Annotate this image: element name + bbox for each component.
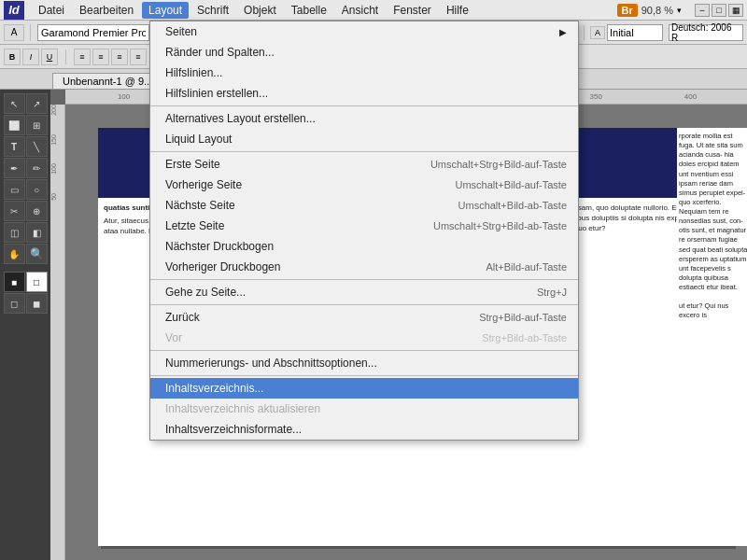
- menu-hilfe[interactable]: Hilfe: [440, 2, 475, 19]
- hand-tool[interactable]: ✋: [4, 244, 25, 264]
- menu-vor[interactable]: Vor Strg+Bild-ab-Taste: [150, 328, 578, 348]
- menu-hilfslinien[interactable]: Hilfslinien...: [150, 63, 578, 83]
- menu-zurueck[interactable]: Zurück Strg+Bild-auf-Taste: [150, 307, 578, 328]
- menu-liquid[interactable]: Liquid Layout: [150, 129, 578, 149]
- menu-naechste-seite[interactable]: Nächste Seite Umschalt+Bild-ab-Taste: [150, 195, 578, 216]
- tile-button[interactable]: ▦: [728, 4, 743, 17]
- menu-inhaltsverz-formate[interactable]: Inhaltsverzeichnisformate...: [150, 419, 578, 440]
- tool-group-gradient: ◫ ◧: [4, 222, 48, 243]
- underline-button[interactable]: U: [41, 49, 58, 65]
- extra-tool[interactable]: ⊕: [26, 201, 48, 221]
- menu-sep-5: [150, 350, 578, 351]
- menu-hilfslinien-label: Hilfslinien...: [165, 66, 222, 79]
- align-right-button[interactable]: ≡: [111, 49, 128, 65]
- stroke-color[interactable]: □: [26, 272, 48, 292]
- menu-naechster-druck[interactable]: Nächster Druckbogen: [150, 236, 578, 257]
- menu-voriger-druck-shortcut: Alt+Bild-auf-Taste: [486, 261, 567, 273]
- direct-select-tool[interactable]: ↗: [26, 93, 48, 114]
- normal-mode[interactable]: ◻: [4, 293, 25, 314]
- preview-mode[interactable]: ◼: [26, 293, 48, 314]
- menu-voriger-druck[interactable]: Vorheriger Druckbogen Alt+Bild-auf-Taste: [150, 257, 578, 277]
- minimize-button[interactable]: –: [695, 4, 710, 17]
- doc-right-strip: rporate mollia est fuga. Ut ate sita sum…: [677, 128, 747, 546]
- menu-sep-6: [150, 375, 578, 376]
- menu-erste-seite-label: Erste Seite: [165, 158, 220, 171]
- menu-seiten-arrow: ▶: [559, 27, 567, 37]
- tool-group-shapes: ▭ ○: [4, 179, 48, 200]
- menu-raender[interactable]: Ränder und Spalten...: [150, 42, 578, 63]
- gradient-tool[interactable]: ◫: [4, 222, 25, 243]
- menu-erste-seite-shortcut: Umschalt+Strg+Bild-auf-Taste: [430, 159, 567, 170]
- pen-tool[interactable]: ✒: [4, 158, 25, 178]
- maximize-button[interactable]: □: [712, 4, 726, 17]
- menu-gehe-zu-label: Gehe zu Seite...: [165, 286, 246, 299]
- zoom-display: 90,8 %: [641, 5, 673, 16]
- menu-schrift[interactable]: Schrift: [190, 2, 235, 19]
- menu-naechster-druck-label: Nächster Druckbogen: [165, 240, 274, 253]
- menu-tabelle[interactable]: Tabelle: [285, 2, 333, 19]
- font-preview: A: [4, 24, 24, 41]
- menu-naechste-seite-shortcut: Umschalt+Bild-ab-Taste: [458, 200, 567, 211]
- fill-color[interactable]: ■: [4, 272, 25, 292]
- menu-objekt[interactable]: Objekt: [237, 2, 283, 19]
- doc-strip-text: rporate mollia est fuga. Ut ate sita sum…: [677, 128, 747, 546]
- menu-vorige-seite[interactable]: Vorherige Seite Umschalt+Bild-auf-Taste: [150, 175, 578, 195]
- menu-nummerierung[interactable]: Nummerierungs- und Abschnittsoptionen...: [150, 353, 578, 373]
- align-left-button[interactable]: ≡: [74, 49, 91, 65]
- menu-liquid-label: Liquid Layout: [165, 133, 232, 146]
- menu-erste-seite[interactable]: Erste Seite Umschalt+Strg+Bild-auf-Taste: [150, 154, 578, 175]
- gap-tool[interactable]: ⊞: [26, 115, 48, 135]
- pencil-tool[interactable]: ✏: [26, 158, 48, 178]
- menu-letzte-seite[interactable]: Letzte Seite Umschalt+Strg+Bild-ab-Taste: [150, 216, 578, 236]
- rect-tool[interactable]: ▭: [4, 179, 25, 200]
- layout-dropdown-menu[interactable]: Seiten ▶ Ränder und Spalten... Hilfslini…: [149, 21, 579, 441]
- page-tool[interactable]: ⬜: [4, 115, 25, 135]
- arrow-tool[interactable]: ↖: [4, 93, 25, 114]
- menu-naechste-seite-label: Nächste Seite: [165, 199, 235, 212]
- char-style-display[interactable]: Initial: [607, 24, 663, 41]
- justify-button[interactable]: ≡: [130, 49, 147, 65]
- menu-alt-layout[interactable]: Alternatives Layout erstellen...: [150, 108, 578, 129]
- menu-vorige-seite-label: Vorherige Seite: [165, 178, 242, 191]
- tool-group-color: ■ □: [4, 272, 48, 292]
- menu-layout[interactable]: Layout: [142, 2, 189, 19]
- style-icon: A: [590, 26, 605, 39]
- menu-zurueck-label: Zurück: [165, 311, 200, 324]
- menu-sep-3: [150, 279, 578, 280]
- italic-button[interactable]: I: [22, 49, 39, 65]
- tool-group-content: T ╲: [4, 136, 48, 157]
- menu-vor-shortcut: Strg+Bild-ab-Taste: [482, 332, 567, 343]
- document-tab[interactable]: Unbenannt-1 @ 9...: [52, 73, 162, 89]
- align-center-button[interactable]: ≡: [92, 49, 109, 65]
- menu-inhaltsverz-akt[interactable]: Inhaltsverzeichnis aktualisieren: [150, 399, 578, 419]
- menu-hilfslinien-erstellen-label: Hilfslinien erstellen...: [165, 87, 268, 100]
- menu-bearbeiten[interactable]: Bearbeiten: [73, 2, 140, 19]
- language-display[interactable]: Deutsch: 2006 R: [669, 24, 743, 41]
- menu-ansicht[interactable]: Ansicht: [335, 2, 385, 19]
- menu-fenster[interactable]: Fenster: [387, 2, 438, 19]
- menu-sep-2: [150, 151, 578, 152]
- menu-inhaltsverzeichnis-label: Inhaltsverzeichnis...: [165, 382, 263, 395]
- menu-datei[interactable]: Datei: [32, 2, 71, 19]
- menu-voriger-druck-label: Vorheriger Druckbogen: [165, 260, 280, 273]
- font-family-input[interactable]: [37, 24, 149, 41]
- zoom-arrow[interactable]: ▾: [677, 6, 682, 15]
- bold-button[interactable]: B: [4, 49, 21, 65]
- scissors-tool[interactable]: ✂: [4, 201, 25, 221]
- menu-vor-label: Vor: [165, 331, 182, 344]
- menu-letzte-seite-shortcut: Umschalt+Strg+Bild-ab-Taste: [433, 220, 567, 231]
- menu-seiten[interactable]: Seiten ▶: [150, 21, 578, 42]
- line-tool[interactable]: ╲: [26, 136, 48, 157]
- menu-gehe-zu[interactable]: Gehe zu Seite... Strg+J: [150, 282, 578, 302]
- menu-hilfslinien-erstellen[interactable]: Hilfslinien erstellen...: [150, 83, 578, 104]
- text-tool[interactable]: T: [4, 136, 25, 157]
- bridge-button[interactable]: Br: [617, 4, 638, 17]
- color-tool[interactable]: ◧: [26, 222, 48, 243]
- menu-inhaltsverz-akt-label: Inhaltsverzeichnis aktualisieren: [165, 402, 320, 415]
- menu-alt-layout-label: Alternatives Layout erstellen...: [165, 112, 316, 125]
- tool-group-mode: ◻ ◼: [4, 293, 48, 314]
- zoom-tool[interactable]: 🔍: [26, 244, 48, 264]
- menu-inhaltsverzeichnis[interactable]: Inhaltsverzeichnis...: [150, 378, 578, 399]
- ellipse-tool[interactable]: ○: [26, 179, 48, 200]
- menu-raender-label: Ränder und Spalten...: [165, 46, 275, 59]
